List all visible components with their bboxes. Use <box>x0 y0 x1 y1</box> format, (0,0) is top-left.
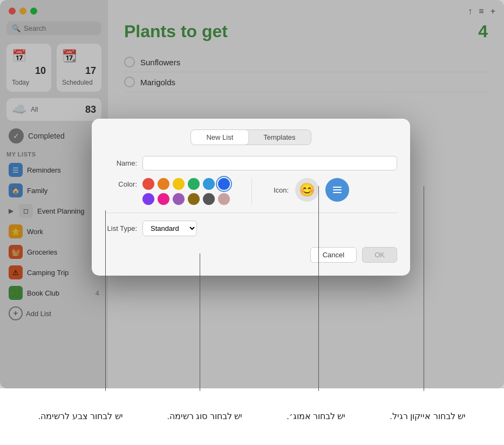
svg-rect-0 <box>333 187 342 188</box>
tab-templates[interactable]: Templates <box>248 130 310 145</box>
color-swatch-green[interactable] <box>188 178 200 190</box>
annotation-color: יש לבחור צבע לרשימה. <box>38 410 123 422</box>
name-label: Name: <box>105 159 137 167</box>
ok-button[interactable]: OK <box>362 247 397 263</box>
name-field-row: Name: <box>105 156 397 170</box>
new-list-modal: New List Templates Name: Color: <box>92 119 410 276</box>
color-swatch-blue[interactable] <box>218 178 230 190</box>
annotation-list-type: יש לבחור סוג רשימה. <box>167 410 243 422</box>
color-swatch-lavender[interactable] <box>173 193 185 205</box>
color-swatch-purple[interactable] <box>142 193 154 205</box>
list-type-select[interactable]: Standard Grocery Smart List <box>142 221 197 236</box>
tab-new-list[interactable]: New List <box>191 130 248 145</box>
tab-group: New List Templates <box>190 129 311 145</box>
icon-list-option[interactable] <box>325 178 349 202</box>
svg-rect-2 <box>333 192 342 193</box>
color-swatch-dark-gray[interactable] <box>203 193 215 205</box>
color-row-1 <box>142 178 230 190</box>
annotation-emoji: יש לבחור אמוג׳. <box>287 410 345 422</box>
annotation-line-list-type <box>200 254 200 391</box>
list-type-row: List Type: Standard Grocery Smart List <box>105 221 397 236</box>
list-type-label: List Type: <box>105 224 137 232</box>
color-label: Color: <box>105 178 137 188</box>
vertical-divider <box>251 178 252 205</box>
color-swatch-rose[interactable] <box>218 193 230 205</box>
modal-tabs: New List Templates <box>105 129 397 145</box>
color-swatch-brown[interactable] <box>188 193 200 205</box>
annotation-line-list-icon <box>424 186 424 391</box>
color-swatch-orange[interactable] <box>158 178 169 190</box>
annotation-line-color <box>105 210 106 391</box>
modal-divider <box>105 213 397 213</box>
cancel-button[interactable]: Cancel <box>310 247 357 263</box>
annotation-line-emoji <box>318 186 319 391</box>
color-swatch-red[interactable] <box>142 178 154 190</box>
icon-section: Icon: 😊 <box>274 178 349 202</box>
annotation-list-icon: יש לבחור אייקון רגיל. <box>390 410 466 422</box>
color-swatch-pink[interactable] <box>158 193 169 205</box>
color-row-2 <box>142 193 230 205</box>
icon-emoji-option[interactable]: 😊 <box>295 178 319 202</box>
modal-footer: Cancel OK <box>105 247 397 263</box>
icon-label: Icon: <box>274 186 289 194</box>
color-swatch-yellow[interactable] <box>173 178 185 190</box>
annotations-bar: יש לבחור אייקון רגיל. יש לבחור אמוג׳. יש… <box>0 388 504 445</box>
name-input[interactable] <box>142 156 397 170</box>
color-swatch-light-blue[interactable] <box>203 178 215 190</box>
svg-rect-1 <box>333 189 342 190</box>
